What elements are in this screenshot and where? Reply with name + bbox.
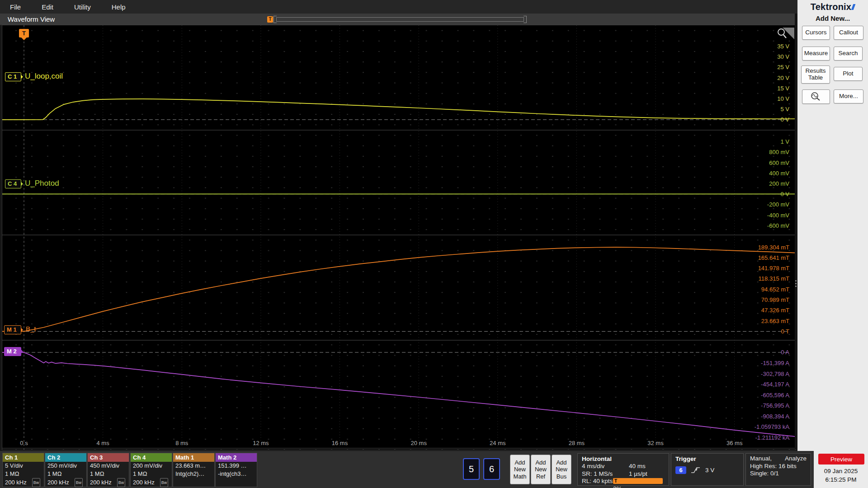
x-tick-label: 24 ms [490,440,506,446]
channel-badge-title: Ch 2 [45,453,86,462]
channel-handle-m1[interactable]: M 1 [4,325,21,334]
overview-trigger-marker: T [267,16,273,23]
channel-label-m1: B_t [26,325,36,333]
rising-edge-icon [691,466,701,474]
y-tick-label: -151.399 A [761,360,789,366]
y-tick-label: -302.798 A [761,371,789,377]
math-badge-title: Math 2 [216,453,257,462]
channel5-button[interactable]: 5 [463,458,480,480]
y-tick-label: 0 V [780,116,789,123]
waveform-display[interactable]: 0 s4 ms8 ms12 ms16 ms20 ms24 ms28 ms32 m… [2,25,796,450]
acquisition-analyze: Analyze [785,455,807,463]
channel-handle-c1[interactable]: C 1 [5,72,21,81]
channel-handle-m2[interactable]: M 2 [4,347,21,356]
trigger-badge[interactable]: Trigger 6 3 V [671,453,744,486]
menu-help[interactable]: Help [112,3,126,11]
waveform-view-header: Waveform View T [0,14,795,25]
acquisition-badge[interactable]: Manual,Analyze High Res: 16 bits Single:… [745,453,811,486]
channel-scale: 250 mV/div [45,462,86,470]
waveform-svg: 0 s4 ms8 ms12 ms16 ms20 ms24 ms28 ms32 m… [2,25,796,450]
y-tick-label: 47.326 mT [761,307,789,314]
add-new-math-button[interactable]: Add New Math [510,455,530,484]
channel-scale: 200 mV/div [131,462,172,470]
x-tick-label: 32 ms [647,440,664,446]
results-table-button[interactable]: Results Table [801,66,830,84]
record-length: RL: 40 kpts [582,478,613,488]
y-tick-label: 23.663 mT [761,318,789,324]
callout-button[interactable]: Callout [834,26,863,40]
settings-bar: Ch 1 5 V/div 1 MΩ 200 kHzBw Ch 2 250 mV/… [0,451,814,488]
cursors-button[interactable]: Cursors [802,26,830,40]
zoom-tool-button[interactable] [802,89,830,104]
sample-rate: SR: 1 MS/s [582,470,629,478]
logo-slash-icon [851,4,856,10]
horizontal-badge[interactable]: Horizontal 4 ms/div40 ms SR: 1 MS/s1 µs/… [577,453,669,486]
y-tick-label: 189.304 mT [758,244,789,251]
y-tick-label: 70.989 mT [761,296,789,303]
corner-panel: Preview 09 Jan 2025 6:15:25 PM [814,451,868,488]
channel-scale: 450 mV/div [88,462,129,470]
menu-edit[interactable]: Edit [42,3,53,11]
horizontal-scale: 4 ms/div [582,463,629,470]
channel-impedance: 1 MΩ [131,470,172,478]
y-tick-label: 200 mV [769,180,789,187]
plot-button[interactable]: Plot [834,67,863,81]
acquisition-resolution: High Res: 16 bits [750,463,797,470]
magnifier-waveform-icon [810,92,822,102]
y-tick-label: 25 V [777,64,789,70]
plot-zoom-icon[interactable] [776,27,794,42]
y-tick-label: 800 mV [769,149,789,155]
trace-c1[interactable] [2,99,796,120]
y-tick-label: -605.596 A [761,392,789,399]
menu-utility[interactable]: Utility [74,3,91,11]
more-button[interactable]: More... [834,89,863,103]
menu-file[interactable]: File [10,3,21,11]
channel-badge-ch1[interactable]: Ch 1 5 V/div 1 MΩ 200 kHzBw [2,453,44,487]
channel-bandwidth: 200 kHzBw [45,478,86,487]
x-tick-label: 4 ms [97,440,110,446]
trigger-source-badge: 6 [675,466,686,474]
trace-m2[interactable] [2,352,796,436]
y-tick-label: 15 V [777,85,789,92]
time-display: 6:15:25 PM [814,476,868,483]
y-tick-label: -600 mV [767,222,789,229]
divider-grip-icon[interactable] [795,280,797,282]
measure-button[interactable]: Measure [802,47,830,61]
record-view-window[interactable] [276,17,524,22]
channel-badge-ch4[interactable]: Ch 4 200 mV/div 1 MΩ 200 kHzBw [130,453,172,487]
acquisition-sequence: Single: 0/1 [750,470,779,478]
channel-badge-title: Ch 4 [131,453,172,462]
channel-badge-ch2[interactable]: Ch 2 250 mV/div 1 MΩ 200 kHzBw [45,453,87,487]
math-expression: Intg(ch2)… [173,470,214,478]
y-tick-label: -454.197 A [761,381,789,388]
add-new-ref-button[interactable]: Add New Ref [531,455,551,484]
magnifier-icon [776,28,788,40]
trace-m1[interactable] [2,247,796,331]
trigger-position-flag[interactable]: T [19,29,29,38]
y-tick-label: -200 mV [767,201,789,208]
math1-badge[interactable]: Math 1 23.663 m… Intg(ch2)… [173,453,215,487]
y-tick-label: 5 V [780,106,789,113]
math-expression: -intg(ch3… [216,470,257,478]
search-button[interactable]: Search [834,47,863,61]
y-tick-label: -400 mV [767,212,789,219]
channel-scale: 5 V/div [3,462,44,470]
channel-badge-ch3[interactable]: Ch 3 450 mV/div 1 MΩ 200 kHzBw [87,453,129,487]
math2-badge[interactable]: Math 2 151.399 … -intg(ch3… [215,453,257,487]
y-tick-label: 30 V [777,53,789,60]
x-tick-label: 8 ms [175,440,189,446]
channel6-button[interactable]: 6 [483,458,500,480]
sidebar: Tektronix Add New... Cursors Callout Mea… [797,0,868,488]
date-display: 09 Jan 2025 [814,468,868,474]
add-new-title: Add New... [797,14,868,22]
math-badge-title: Math 1 [173,453,214,462]
y-tick-label: -756.995 A [761,402,789,409]
y-tick-label: -908.394 A [761,413,789,420]
preview-button[interactable]: Preview [818,454,864,465]
horizontal-duration: 40 ms [629,463,646,470]
y-tick-label: 141.978 mT [758,265,789,272]
add-new-bus-button[interactable]: Add New Bus [552,455,571,484]
y-tick-label: 1 V [780,138,789,145]
channel-handle-c4[interactable]: C 4 [5,179,21,188]
record-view-control[interactable]: T [264,15,527,23]
